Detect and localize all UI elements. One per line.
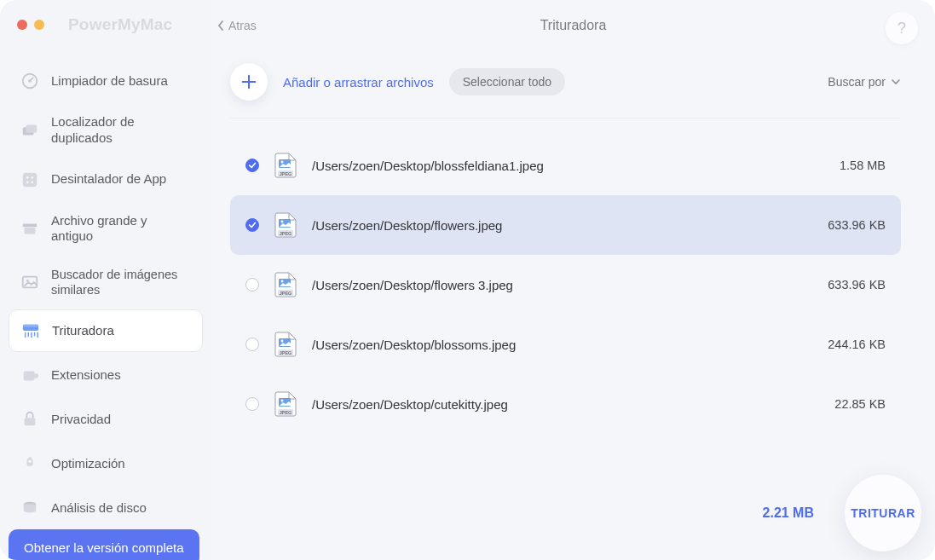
- image-icon: [20, 273, 39, 292]
- back-label: Atras: [228, 19, 257, 32]
- svg-point-5: [26, 176, 29, 178]
- toolbar: Añadir o arrastrar archivos Seleccionar …: [211, 51, 935, 113]
- window-close-button[interactable]: [17, 20, 27, 30]
- window-controls: PowerMyMac: [9, 12, 203, 51]
- shred-button[interactable]: TRITURAR: [845, 475, 921, 551]
- sidebar-item-label: Análisis de disco: [51, 500, 147, 517]
- file-path: /Users/zoen/Desktop/cutekitty.jpeg: [312, 397, 819, 412]
- svg-text:JPEG: JPEG: [280, 171, 292, 176]
- sidebar-item-label: Optimización: [51, 456, 125, 472]
- file-size: 633.96 KB: [828, 278, 886, 292]
- svg-rect-20: [24, 372, 35, 381]
- rocket-icon: [20, 454, 39, 473]
- sidebar-item-extensions[interactable]: Extensiones: [9, 354, 203, 396]
- file-row[interactable]: JPEG /Users/zoen/Desktop/blossfeldiana1.…: [230, 136, 901, 195]
- file-checkbox[interactable]: [245, 218, 259, 232]
- file-path: /Users/zoen/Desktop/blossoms.jpeg: [312, 338, 812, 352]
- svg-text:JPEG: JPEG: [280, 350, 292, 355]
- page-title: Trituradora: [211, 18, 935, 33]
- file-checkbox[interactable]: [245, 159, 259, 172]
- puzzle-icon: [20, 366, 39, 384]
- sidebar-item-label: Limpiador de basura: [51, 73, 168, 89]
- file-size: 1.58 MB: [840, 159, 886, 172]
- svg-rect-9: [23, 224, 38, 228]
- file-path: /Users/zoen/Desktop/flowers 3.jpeg: [312, 278, 812, 292]
- svg-point-30: [281, 221, 284, 223]
- sidebar-item-large-old-files[interactable]: Archivo grande y antiguo: [9, 203, 203, 256]
- sidebar-item-privacy[interactable]: Privacidad: [9, 398, 203, 441]
- window-minimize-button[interactable]: [34, 20, 44, 30]
- svg-rect-4: [23, 172, 38, 187]
- add-file-button[interactable]: [230, 63, 268, 101]
- sidebar-item-shredder[interactable]: Trituradora: [9, 309, 203, 352]
- sidebar-item-disk-analysis[interactable]: Análisis de disco: [9, 487, 203, 529]
- file-type-icon: JPEG: [274, 212, 297, 238]
- chevron-down-icon: [891, 78, 901, 86]
- file-path: /Users/zoen/Desktop/blossfeldiana1.jpeg: [312, 159, 824, 173]
- footer: 2.21 MB TRITURAR: [211, 466, 935, 560]
- lock-icon: [20, 410, 39, 429]
- disk-icon: [20, 499, 39, 517]
- sidebar-item-junk-cleaner[interactable]: Limpiador de basura: [9, 60, 203, 102]
- svg-text:JPEG: JPEG: [280, 231, 292, 236]
- sidebar-item-label: Buscador de imágenes similares: [51, 267, 191, 297]
- file-size: 244.16 KB: [828, 338, 886, 351]
- svg-point-21: [34, 373, 39, 378]
- file-type-icon: JPEG: [274, 272, 297, 297]
- folders-icon: [20, 121, 39, 140]
- svg-rect-14: [23, 325, 38, 327]
- shred-button-label: TRITURAR: [851, 506, 915, 520]
- file-checkbox[interactable]: [245, 397, 259, 411]
- file-type-icon: JPEG: [274, 391, 297, 417]
- svg-point-34: [281, 280, 284, 283]
- file-row[interactable]: JPEG /Users/zoen/Desktop/cutekitty.jpeg2…: [230, 374, 901, 434]
- svg-point-38: [281, 340, 284, 343]
- plus-icon: [240, 72, 258, 91]
- file-row[interactable]: JPEG /Users/zoen/Desktop/flowers 3.jpeg6…: [230, 255, 901, 315]
- file-row[interactable]: JPEG /Users/zoen/Desktop/flowers.jpeg633…: [230, 195, 901, 255]
- sidebar-item-label: Archivo grande y antiguo: [51, 213, 191, 245]
- file-type-icon: JPEG: [274, 153, 297, 178]
- sidebar-item-label: Desintalador de App: [51, 171, 166, 188]
- sidebar-nav: Limpiador de basura Localizador de dupli…: [9, 60, 203, 529]
- back-button[interactable]: Atras: [216, 19, 257, 32]
- upgrade-button[interactable]: Obtener la versión completa: [9, 529, 199, 560]
- sidebar-item-label: Localizador de duplicados: [51, 114, 191, 147]
- file-row[interactable]: JPEG /Users/zoen/Desktop/blossoms.jpeg24…: [230, 315, 901, 374]
- svg-point-42: [281, 400, 284, 402]
- file-size: 633.96 KB: [828, 218, 886, 232]
- main-panel: Atras Trituradora ? Añadir o arrastrar a…: [211, 0, 935, 560]
- sidebar-item-label: Extensiones: [51, 367, 121, 384]
- chevron-left-icon: [216, 20, 225, 32]
- svg-point-7: [26, 181, 29, 183]
- shredder-icon: [21, 321, 40, 340]
- svg-point-6: [31, 176, 33, 178]
- check-icon: [248, 161, 257, 170]
- search-by-dropdown[interactable]: Buscar por: [828, 75, 901, 89]
- sidebar-item-duplicate-finder[interactable]: Localizador de duplicados: [9, 104, 203, 157]
- sidebar-item-similar-images[interactable]: Buscador de imágenes similares: [9, 257, 203, 308]
- svg-point-1: [28, 79, 32, 83]
- app-title: PowerMyMac: [68, 15, 172, 34]
- search-by-label: Buscar por: [828, 75, 886, 89]
- svg-point-23: [28, 460, 32, 464]
- file-type-icon: JPEG: [274, 332, 297, 357]
- check-icon: [248, 221, 257, 229]
- svg-rect-10: [25, 228, 36, 234]
- file-checkbox[interactable]: [245, 338, 259, 351]
- sidebar-item-label: Trituradora: [52, 323, 114, 339]
- svg-rect-3: [26, 124, 37, 132]
- add-file-label[interactable]: Añadir o arrastrar archivos: [283, 75, 434, 89]
- gauge-icon: [20, 72, 39, 90]
- file-checkbox[interactable]: [245, 278, 259, 292]
- sidebar-item-app-uninstaller[interactable]: Desintalador de App: [9, 159, 203, 201]
- svg-text:JPEG: JPEG: [280, 291, 292, 296]
- svg-text:JPEG: JPEG: [280, 410, 292, 415]
- file-list: JPEG /Users/zoen/Desktop/blossfeldiana1.…: [211, 127, 935, 466]
- divider: [230, 118, 901, 118]
- header: Atras Trituradora ?: [211, 0, 935, 51]
- svg-point-8: [31, 181, 33, 183]
- select-all-button[interactable]: Seleccionar todo: [449, 68, 565, 95]
- sidebar-item-optimization[interactable]: Optimización: [9, 442, 203, 485]
- help-button[interactable]: ?: [886, 12, 918, 44]
